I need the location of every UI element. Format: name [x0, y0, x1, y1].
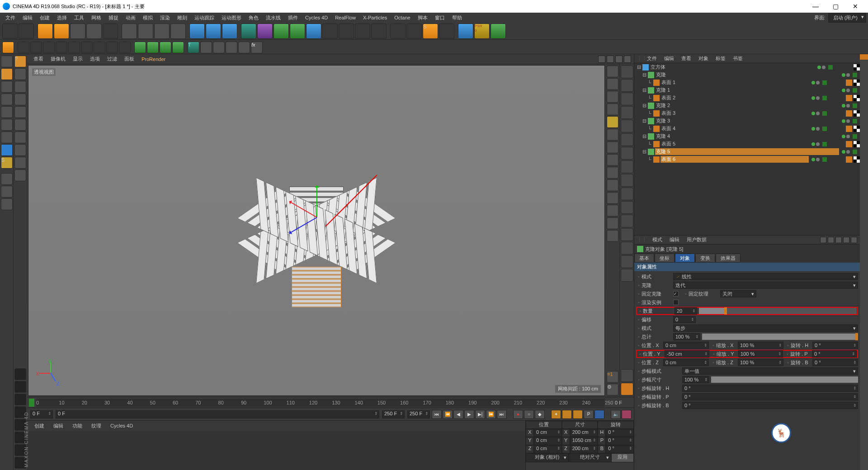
- tree-label[interactable]: 克隆 2: [655, 102, 839, 109]
- mograph-cloner[interactable]: [134, 42, 146, 53]
- vr2-12[interactable]: [621, 215, 633, 227]
- coord-rot-P[interactable]: 0 °: [606, 437, 634, 445]
- attr-count-slider[interactable]: [699, 308, 857, 314]
- xp-button[interactable]: [458, 24, 473, 39]
- attr-next-icon[interactable]: [828, 237, 834, 243]
- keyframe-sel[interactable]: ◆: [535, 410, 545, 419]
- attr-mode-dd[interactable]: ⟋ 线性: [673, 273, 858, 280]
- attr-mode2-dd[interactable]: 每步: [673, 324, 858, 332]
- menu-Octane[interactable]: Octane: [391, 13, 414, 23]
- script-button[interactable]: [491, 24, 506, 39]
- coord-pos-Y[interactable]: 0 cm: [534, 437, 562, 445]
- viewport-nav-3[interactable]: [615, 56, 623, 63]
- question-help-icon[interactable]: ?: [14, 56, 26, 67]
- vr2-13[interactable]: [621, 228, 633, 241]
- snap-grid-2[interactable]: [30, 42, 42, 53]
- viewport-nav-1[interactable]: [598, 56, 605, 63]
- attr-stepmode-dd[interactable]: 单一值: [682, 367, 858, 375]
- attr-clone-dd[interactable]: 迭代: [673, 282, 858, 289]
- visibility-check[interactable]: [853, 103, 857, 108]
- vr2-1[interactable]: [621, 66, 633, 78]
- camera-object[interactable]: [339, 24, 354, 39]
- attr-tab-坐标[interactable]: 坐标: [655, 254, 675, 263]
- mograph-matrix[interactable]: [147, 42, 159, 53]
- menu-角色[interactable]: 角色: [245, 13, 262, 23]
- attr-total-slider[interactable]: [702, 334, 858, 340]
- object-tree[interactable]: ⊟ 立方体 ⊟ 克隆 └ 表面 1 ⊟ 克隆 1 └ 表面 2 ⊟ 克隆 2: [634, 63, 860, 235]
- autokey[interactable]: ○: [524, 410, 534, 419]
- step-fwd[interactable]: ▶|: [475, 410, 485, 419]
- lasso-select[interactable]: [14, 94, 26, 105]
- tree-label[interactable]: 表面 3: [660, 110, 809, 117]
- timeline-ruler[interactable]: 0102030405060708090100110120130140150160…: [27, 397, 634, 408]
- text-spline[interactable]: T: [188, 42, 199, 53]
- rotate-tool[interactable]: [86, 24, 102, 39]
- vr2-11[interactable]: [621, 201, 633, 214]
- magnet-icon[interactable]: [14, 157, 26, 169]
- vr2-8[interactable]: [621, 160, 633, 173]
- coord-size-X[interactable]: 200 cm: [570, 429, 598, 437]
- coord-pos-X[interactable]: 0 cm: [534, 429, 562, 437]
- viewport-solo[interactable]: [1, 198, 13, 210]
- tree-label[interactable]: 表面 6: [660, 156, 809, 163]
- visibility-check[interactable]: [822, 127, 827, 131]
- visibility-check[interactable]: [822, 96, 827, 100]
- visibility-check[interactable]: [822, 111, 827, 116]
- selection-tag-icon[interactable]: [846, 95, 852, 101]
- vr2-6[interactable]: [621, 133, 633, 146]
- coord-apply-button[interactable]: 应用: [611, 453, 634, 462]
- viewmenu-选项[interactable]: 选项: [86, 56, 104, 62]
- texture-tag-icon[interactable]: [854, 156, 860, 163]
- menu-RealFlow[interactable]: RealFlow: [331, 13, 359, 23]
- attr-pos-z[interactable]: 0 cm: [663, 359, 709, 366]
- step-back-key[interactable]: ⏪: [443, 410, 453, 419]
- point-mode[interactable]: [1, 106, 13, 118]
- vr-tool-9[interactable]: [607, 167, 618, 179]
- render-settings[interactable]: [222, 24, 237, 39]
- texture-tag-icon[interactable]: [854, 110, 860, 117]
- vr2-gear[interactable]: [621, 383, 633, 395]
- vr-tool-10[interactable]: [607, 179, 618, 191]
- end-frame-field[interactable]: 250 F: [407, 410, 430, 418]
- timeline-playhead[interactable]: [29, 399, 34, 407]
- attr-rot-b[interactable]: 0 °: [812, 359, 858, 366]
- window-minimize[interactable]: —: [806, 0, 826, 13]
- tree-row-表面 5[interactable]: └ 表面 5: [634, 140, 860, 148]
- current-frame-field[interactable]: 0 F: [30, 410, 53, 418]
- stage-object[interactable]: [371, 24, 387, 39]
- side-tab-attrs[interactable]: 属性: [860, 54, 868, 60]
- tree-row-表面 1[interactable]: └ 表面 1: [634, 79, 860, 86]
- edge-mode[interactable]: [1, 119, 13, 131]
- menu-选择[interactable]: 选择: [53, 13, 71, 23]
- tree-label[interactable]: 立方体: [650, 64, 815, 70]
- tree-label[interactable]: 克隆 1: [655, 87, 839, 94]
- cube-primitive[interactable]: [241, 24, 256, 39]
- snap-grid-9[interactable]: [119, 42, 131, 53]
- sound-toggle[interactable]: 🔈: [611, 410, 621, 419]
- lathe[interactable]: [200, 42, 212, 53]
- tree-label[interactable]: 克隆 3: [655, 118, 839, 124]
- selection-tag-icon[interactable]: [846, 126, 852, 132]
- goto-start[interactable]: ⏮: [432, 410, 442, 419]
- rect-select[interactable]: [14, 81, 26, 93]
- record-key[interactable]: ●: [513, 410, 523, 419]
- world-axis-toggle[interactable]: [170, 24, 186, 39]
- visibility-check[interactable]: [853, 150, 857, 154]
- key-rot[interactable]: [573, 410, 583, 419]
- tree-row-表面 4[interactable]: └ 表面 4: [634, 125, 860, 132]
- psr-button[interactable]: PSR0: [474, 24, 490, 39]
- objmenu-标签[interactable]: 标签: [712, 55, 729, 62]
- x-axis-lock[interactable]: [122, 24, 137, 39]
- mat-menu-创建[interactable]: 创建: [30, 423, 49, 429]
- rotate-icon[interactable]: [14, 132, 26, 143]
- objmenu-对象[interactable]: 对象: [695, 55, 712, 62]
- key-param[interactable]: P: [584, 410, 594, 419]
- attr-scale-x[interactable]: 100 %: [738, 342, 783, 349]
- array-generator[interactable]: [290, 24, 305, 39]
- vr2-4[interactable]: [621, 106, 633, 119]
- attr-tab-对象[interactable]: 对象: [675, 254, 695, 263]
- vr2-5[interactable]: [621, 120, 633, 132]
- render-region[interactable]: [206, 24, 221, 39]
- menu-Cycles 4D[interactable]: Cycles 4D: [302, 13, 331, 23]
- viewmenu-ProRender[interactable]: ProRender: [138, 56, 169, 62]
